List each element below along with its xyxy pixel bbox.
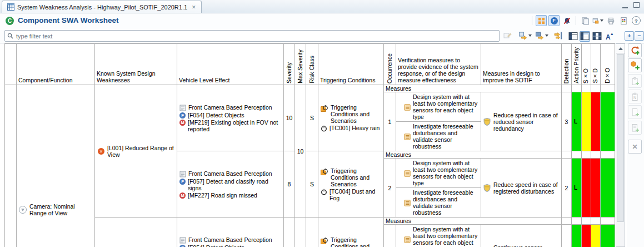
measure-icon [404,134,411,140]
cell-design-measure[interactable]: Reduce speed in case of reduced sensor r… [481,92,562,151]
filter-settings-button[interactable] [554,31,563,40]
band-strip [562,218,572,225]
band-strip [591,151,601,159]
cell-severity[interactable]: 8 [284,151,295,218]
cell-verification-measures[interactable]: Design system with at least two compleme… [396,92,481,151]
cell-risk-class[interactable]: S [306,85,318,151]
band-strip [562,151,572,159]
design-measure-label: Continuous sensor accuracy monitoring by… [493,244,559,247]
vertical-scrollbar[interactable] [616,43,625,247]
function-filter-button[interactable]: F [548,15,560,26]
col-header-risk-class: Risk Class [306,44,318,85]
cell-occurrence[interactable]: 3 [384,225,396,247]
col-header-design: Measures in design to improve the SOTIF [481,44,562,85]
cell-weakness[interactable]: ✕ [L001] Reduced Range of View [95,85,177,218]
measure-icon [404,170,411,177]
cell-detection[interactable]: 1 [562,225,572,247]
cell-verification-measures[interactable]: Design system with at least two compleme… [396,225,481,247]
new-page-entry-button[interactable] [628,105,642,119]
cell-detection[interactable]: 3 [562,92,572,151]
table-layout-3-button[interactable] [592,31,602,42]
function-badge-icon: F [551,17,558,24]
effect-system-label: Front Camera Based Perception [188,104,281,111]
col-header-occurrence: Occurrence [384,44,396,85]
tab-close-icon[interactable]: ✕ [192,4,196,10]
design-measure-label: Reduce speed in case of registered distu… [493,181,559,195]
maximize-button[interactable] [633,2,640,8]
cell-triggering-conditions[interactable]: Triggering Conditions and Scenarios [TC0… [318,85,384,151]
cell-max-severity: 10 [295,218,306,247]
col-header-severity: Severity [284,44,295,85]
table-layout-1-button[interactable] [568,31,578,42]
verification-measure-label: Design system with at least two compleme… [413,226,479,247]
new-page-child-entry-button[interactable] [628,121,642,135]
cell-effect[interactable]: Front Camera Based Perception F[F054] De… [177,218,284,247]
edit-button[interactable] [503,31,512,40]
cell-severity[interactable]: 10 [284,218,295,247]
filter-input[interactable] [15,32,499,40]
new-window-button[interactable] [592,15,603,26]
cell-occurrence[interactable]: 2 [384,159,396,218]
tc-category-icon [321,236,328,244]
copy-button[interactable] [580,15,591,26]
collapse-all-button[interactable]: − [635,31,644,41]
cell-design-measure[interactable]: Reduce speed in case of registered distu… [481,159,562,218]
print-button[interactable] [605,15,616,26]
component-function-icon [19,206,27,214]
col-header-effect: Vehicle Level Effect [177,44,284,85]
cell-risk-class[interactable]: S [306,151,318,218]
cell-component[interactable]: Camera: Nominal Range of View [17,85,95,247]
measures-band: Measures [384,218,562,225]
merge-into-model-alt-button[interactable] [535,31,548,40]
delete-button[interactable]: ✕ [628,140,642,154]
minimize-button[interactable] [622,2,628,8]
cell-weakness[interactable]: ✕ [L002] Massively Reduced Range of View [95,218,177,247]
cell-verification-measures[interactable]: Design system with at least two compleme… [396,159,481,218]
cell-sxd [591,159,601,218]
cell-effect[interactable]: Front Camera Based Perception F[F054] De… [177,85,284,151]
col-header-verification: Verification measures to provide evidenc… [396,44,481,85]
cell-design-measure[interactable]: Continuous sensor accuracy monitoring by… [481,225,562,247]
merge-into-model-button[interactable] [518,31,532,40]
malfunction-icon: M [179,192,186,199]
effect-malfunction-label: [MF219] Existing object in FOV not repor… [188,119,281,132]
filter-input-wrapper [4,30,500,42]
cell-triggering-conditions[interactable]: Triggering Conditions and Scenarios [TC0… [318,218,384,247]
paste-named-entry-button[interactable]: N [628,90,642,103]
table-layout-2-button[interactable] [580,31,590,42]
expand-all-button[interactable]: + [625,31,634,41]
col-header-sxo: S×O [582,44,591,85]
cell-sxd [591,225,601,247]
cell-triggering-conditions[interactable]: Triggering Conditions and Scenarios [TC0… [318,151,384,218]
component-label: Camera: Nominal Range of View [29,203,92,216]
paste-entry-button[interactable] [628,74,642,88]
worksheet-area: Component/Function Known System Design W… [0,43,644,247]
tc-category-icon [321,167,328,175]
col-header-action-priority: Action Priority [572,44,582,85]
page-title: Component SWA Worksheet [18,16,119,24]
cell-detection[interactable]: 2 [562,159,572,218]
mute-notifications-button[interactable] [561,15,572,26]
grid-view-button[interactable] [536,15,547,26]
cell-risk-class[interactable]: S [306,218,318,247]
help-button[interactable]: ? [631,15,642,26]
band-strip [582,218,591,225]
component-icon: C [6,17,14,25]
verification-measure-label: Investigate foreseeable disturbances and… [413,189,479,216]
editor-tab[interactable]: System Weakness Analysis - Highway_Pilot… [2,1,202,13]
cell-severity[interactable]: 10 [284,85,295,151]
scroll-up-button[interactable] [616,44,625,53]
band-strip [562,85,572,92]
cell-action-priority[interactable]: L [572,225,582,247]
scrollbar-thumb[interactable] [617,54,624,222]
cell-action-priority[interactable]: L [572,92,582,151]
export-report-button[interactable] [618,15,629,26]
add-entry-button[interactable] [628,43,642,57]
add-child-entry-button[interactable] [628,58,642,72]
cell-occurrence[interactable]: 1 [384,92,396,151]
muted-bell-icon [563,17,571,25]
font-increase-button[interactable]: A▲ [606,33,613,41]
cell-dxo [601,92,615,151]
cell-action-priority[interactable]: L [572,159,582,218]
cell-effect[interactable]: Front Camera Based Perception F[F057] De… [177,151,284,218]
